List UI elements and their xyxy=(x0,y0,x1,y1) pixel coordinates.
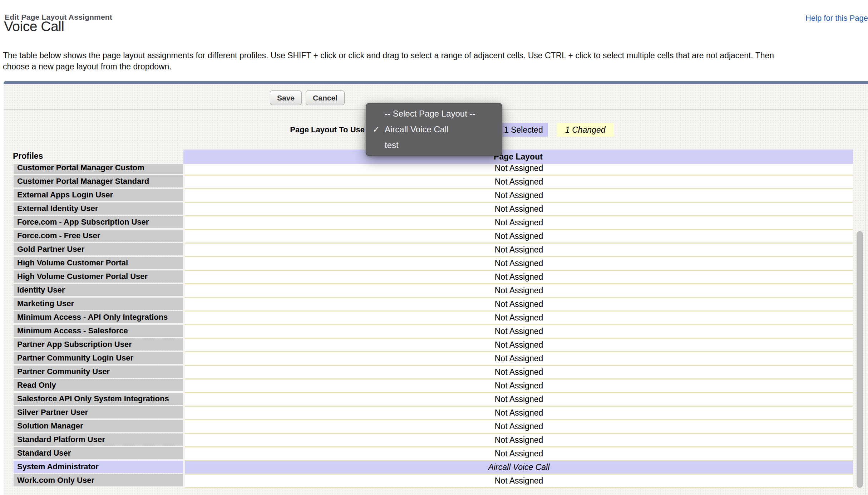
menu-item-label: Aircall Voice Call xyxy=(385,124,449,134)
menu-item[interactable]: -- Select Page Layout -- xyxy=(366,106,502,122)
profile-cell: System Administrator xyxy=(14,461,183,473)
checkmark-icon: ✓ xyxy=(373,124,380,134)
page-title: Voice Call xyxy=(4,19,64,34)
menu-item-label: test xyxy=(385,140,399,150)
profile-cell: Force.com - App Subscription User xyxy=(14,216,183,228)
table-row: Partner Community Login UserNot Assigned xyxy=(0,351,868,365)
table-row: Standard Platform UserNot Assigned xyxy=(0,433,868,446)
profile-cell: Standard User xyxy=(14,447,183,459)
menu-item[interactable]: test xyxy=(366,137,502,153)
table-row: Minimum Access - SalesforceNot Assigned xyxy=(0,324,868,338)
selected-count-badge: 1 Selected xyxy=(499,123,548,137)
page-layout-menu: -- Select Page Layout --✓Aircall Voice C… xyxy=(366,103,502,156)
table-row: Force.com - App Subscription UserNot Ass… xyxy=(0,215,868,229)
page-layout-column-header: Page Layout xyxy=(183,150,853,164)
layout-cell[interactable]: Not Assigned xyxy=(185,229,853,242)
table-row: Partner Community UserNot Assigned xyxy=(0,365,868,378)
profile-cell: Gold Partner User xyxy=(14,243,183,255)
table-row: Standard UserNot Assigned xyxy=(0,446,868,460)
scrollbar-track-line xyxy=(865,150,865,495)
cancel-button[interactable]: Cancel xyxy=(306,90,345,105)
table-row: Work.com Only UserNot Assigned xyxy=(0,474,868,487)
profile-cell: Salesforce API Only System Integrations xyxy=(14,393,183,405)
table-row: Minimum Access - API Only IntegrationsNo… xyxy=(0,310,868,324)
profile-cell: Solution Manager xyxy=(14,420,183,432)
layout-cell[interactable]: Not Assigned xyxy=(185,270,853,283)
table-row: Customer Portal Manager CustomNot Assign… xyxy=(0,164,868,175)
panel-top-bar xyxy=(4,81,868,84)
toolbar-buttons: Save Cancel xyxy=(270,90,345,105)
table-body: Customer Portal Manager CustomNot Assign… xyxy=(0,164,868,489)
table-row: High Volume Customer PortalNot Assigned xyxy=(0,256,868,270)
layout-cell[interactable]: Not Assigned xyxy=(185,188,853,202)
layout-cell[interactable]: Not Assigned xyxy=(185,338,853,351)
table-row: Read OnlyNot Assigned xyxy=(0,378,868,392)
table-row: Silver Partner UserNot Assigned xyxy=(0,406,868,419)
layout-cell[interactable]: Not Assigned xyxy=(185,215,853,229)
changed-count-badge: 1 Changed xyxy=(557,123,614,137)
layout-cell[interactable]: Not Assigned xyxy=(185,242,853,256)
profile-cell: Force.com - Free User xyxy=(14,230,183,242)
profile-cell: Marketing User xyxy=(14,298,183,310)
layout-cell[interactable]: Not Assigned xyxy=(185,433,853,446)
layout-cell[interactable]: Not Assigned xyxy=(185,297,853,310)
profile-cell: Read Only xyxy=(14,379,183,391)
profile-cell: Minimum Access - API Only Integrations xyxy=(14,311,183,323)
layout-cell[interactable]: Not Assigned xyxy=(185,175,853,188)
profile-cell: Partner Community User xyxy=(14,366,183,378)
profile-cell: Standard Platform User xyxy=(14,433,183,446)
layout-cell[interactable]: Not Assigned xyxy=(185,202,853,215)
menu-item[interactable]: ✓Aircall Voice Call xyxy=(366,122,502,137)
table-row: Solution ManagerNot Assigned xyxy=(0,419,868,433)
table-row: Force.com - Free UserNot Assigned xyxy=(0,229,868,242)
table-row: Gold Partner UserNot Assigned xyxy=(0,242,868,256)
page-description: The table below shows the page layout as… xyxy=(3,50,774,72)
table-bottom-border xyxy=(185,487,853,488)
layout-cell[interactable]: Not Assigned xyxy=(185,351,853,365)
profile-cell: External Apps Login User xyxy=(14,189,183,201)
table-row: System AdministratorAircall Voice Call xyxy=(0,460,868,474)
layout-cell[interactable]: Not Assigned xyxy=(185,324,853,338)
profile-cell: Work.com Only User xyxy=(14,474,183,486)
layout-cell[interactable]: Not Assigned xyxy=(185,474,853,487)
profile-cell: Silver Partner User xyxy=(14,406,183,418)
vertical-scrollbar-thumb[interactable] xyxy=(857,231,863,488)
layout-cell[interactable]: Not Assigned xyxy=(185,392,853,406)
layout-cell[interactable]: Not Assigned xyxy=(185,164,853,175)
table-row: Customer Portal Manager StandardNot Assi… xyxy=(0,175,868,188)
page: Edit Page Layout Assignment Voice Call H… xyxy=(0,0,868,495)
table-row: External Identity UserNot Assigned xyxy=(0,202,868,215)
profile-cell: Identity User xyxy=(14,284,183,296)
table-row: Partner App Subscription UserNot Assigne… xyxy=(0,338,868,351)
profile-cell: External Identity User xyxy=(14,202,183,215)
layout-cell[interactable]: Not Assigned xyxy=(185,406,853,419)
menu-item-label: -- Select Page Layout -- xyxy=(385,109,475,119)
help-link[interactable]: Help for this Page xyxy=(805,14,868,23)
table-row: Marketing UserNot Assigned xyxy=(0,297,868,310)
save-button[interactable]: Save xyxy=(270,90,302,105)
layout-cell[interactable]: Not Assigned xyxy=(185,378,853,392)
page-layout-to-use-label: Page Layout To Use xyxy=(0,125,365,134)
profile-cell: Partner App Subscription User xyxy=(14,338,183,351)
layout-cell[interactable]: Not Assigned xyxy=(185,310,853,324)
description-line-2: choose a new page layout from the dropdo… xyxy=(3,61,774,72)
layout-cell[interactable]: Not Assigned xyxy=(185,256,853,270)
profile-cell: Partner Community Login User xyxy=(14,352,183,364)
profile-cell: Customer Portal Manager Custom xyxy=(14,164,183,174)
layout-cell[interactable]: Not Assigned xyxy=(185,365,853,378)
table-row: Identity UserNot Assigned xyxy=(0,283,868,297)
description-line-1: The table below shows the page layout as… xyxy=(3,50,774,61)
profiles-column-header: Profiles xyxy=(13,151,43,161)
profile-cell: Customer Portal Manager Standard xyxy=(14,175,183,187)
profile-cell: High Volume Customer Portal xyxy=(14,257,183,269)
layout-cell[interactable]: Not Assigned xyxy=(185,419,853,433)
table-row: High Volume Customer Portal UserNot Assi… xyxy=(0,270,868,283)
profile-cell: Minimum Access - Salesforce xyxy=(14,325,183,337)
table-row: External Apps Login UserNot Assigned xyxy=(0,188,868,202)
layout-cell[interactable]: Not Assigned xyxy=(185,283,853,297)
layout-cell[interactable]: Not Assigned xyxy=(185,446,853,460)
table-row: Salesforce API Only System IntegrationsN… xyxy=(0,392,868,406)
layout-cell[interactable]: Aircall Voice Call xyxy=(185,460,853,474)
profile-cell: High Volume Customer Portal User xyxy=(14,270,183,283)
